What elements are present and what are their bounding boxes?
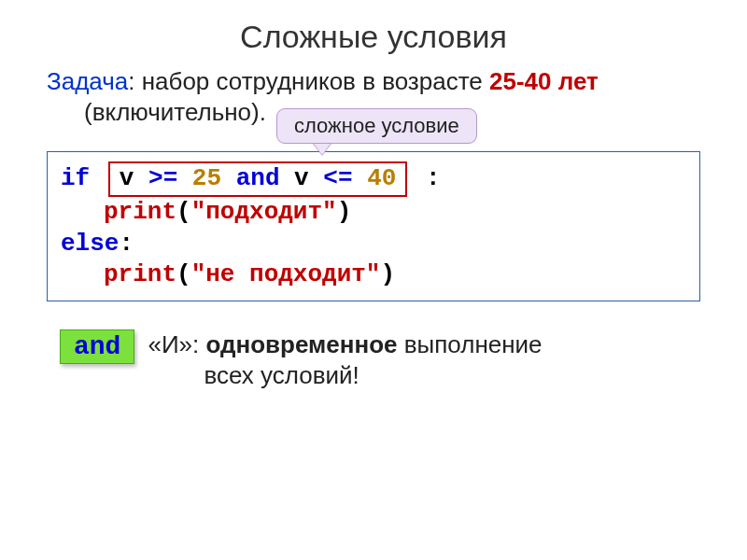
op-le: <=: [323, 164, 352, 192]
fn-print1: print: [104, 198, 176, 226]
colon2: :: [119, 230, 134, 258]
condition-frame: v >= 25 and v <= 40: [108, 161, 408, 197]
and-explanation: and «И»: одновременное выполнение всех у…: [60, 329, 747, 390]
paren-l1: (: [176, 198, 191, 226]
paren-r2: ): [380, 260, 395, 288]
page-title: Сложные условия: [0, 19, 747, 55]
num-25: 25: [177, 164, 235, 192]
callout: сложное условие: [276, 108, 477, 144]
task-label: Задача: [47, 67, 128, 95]
and-t2: выполнение: [398, 330, 543, 358]
kw-if: if: [61, 164, 90, 192]
fn-print2: print: [104, 260, 176, 288]
callout-box: сложное условие: [276, 108, 477, 144]
paren-l2: (: [176, 260, 191, 288]
paren-r1: ): [337, 198, 352, 226]
and-badge: and: [60, 329, 134, 364]
str-fits: "подходит": [191, 198, 337, 226]
code-block: if v >= 25 and v <= 40 : print("подходит…: [47, 151, 700, 301]
task-text1: : набор сотрудников в возрасте: [128, 67, 489, 95]
num-40: 40: [353, 164, 397, 192]
and-t3: всех условий!: [148, 360, 542, 391]
op-ge: >=: [148, 164, 177, 192]
and-text: «И»: одновременное выполнение всех услов…: [148, 329, 542, 390]
colon1: :: [426, 164, 441, 192]
kw-else: else: [61, 230, 119, 258]
str-notfits: "не подходит": [191, 260, 381, 288]
callout-tail-fill: [314, 144, 331, 155]
task-age-range: 25-40 лет: [489, 67, 599, 95]
and-t1: «И»:: [148, 330, 205, 358]
and-bold: одновременное: [205, 330, 397, 358]
cond-var1: v: [120, 164, 148, 192]
cond-var2: v: [280, 164, 324, 192]
kw-and: and: [236, 164, 280, 192]
